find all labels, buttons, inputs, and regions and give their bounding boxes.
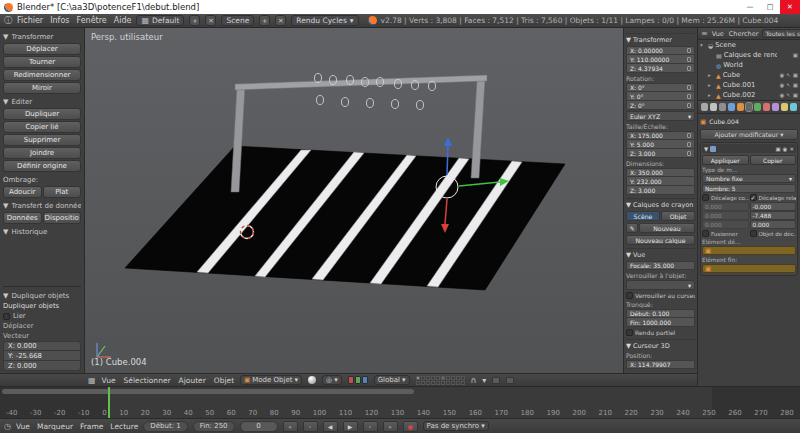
outliner-item[interactable]: ▸ ▲ Cube.002 ◉ ↖ ▣ [698, 90, 800, 100]
outliner-menu-item[interactable]: Vue [712, 30, 724, 38]
viewport-menu-item[interactable]: Sélectionner [124, 376, 171, 385]
visibility-toggle-icon[interactable]: ◉ [779, 92, 784, 98]
lock-object-selector[interactable]: ▾ [626, 280, 695, 290]
frame-end-field[interactable]: Fin: 250 [193, 421, 235, 432]
render-opengl-icon[interactable] [492, 377, 500, 384]
end-cap-object-field[interactable]: ▣ [702, 264, 796, 273]
lock-icon[interactable] [687, 48, 691, 53]
sync-mode-dropdown[interactable]: Pas de synchro ▾ [423, 421, 489, 431]
scene-dropdown[interactable]: Scene [221, 15, 254, 26]
count-field[interactable]: Nombre: 5 [702, 184, 796, 193]
menu-item[interactable]: Fichier [17, 16, 43, 25]
menu-item[interactable]: Aide [114, 16, 132, 25]
tool-button[interactable]: Tourner [3, 56, 81, 68]
operator-panel-header[interactable]: ▼ Dupliquer objets [3, 292, 81, 300]
gpencil-new-button[interactable]: Nouveau [639, 223, 695, 233]
snap-magnet-icon[interactable]: ∩ [471, 376, 477, 385]
object-data-tab[interactable] [754, 103, 761, 111]
data-transfer-button[interactable]: Données [3, 212, 42, 224]
layers-widget[interactable] [416, 376, 465, 385]
physics-tab[interactable] [790, 103, 797, 111]
lock-icon[interactable] [687, 133, 691, 138]
outliner-menu-item[interactable]: Chercher [729, 30, 759, 38]
material-tab[interactable] [763, 103, 770, 111]
modifier-delete-icon[interactable]: ✕ [789, 146, 794, 152]
lock-icon[interactable] [687, 85, 691, 90]
viewport-shading-icon[interactable] [308, 376, 316, 384]
object-offset-checkbox[interactable]: Objet de déc... [750, 230, 797, 237]
visibility-toggle-icon[interactable]: ◉ [779, 72, 784, 78]
start-cap-object-field[interactable]: ▣ [702, 246, 796, 255]
render-toggle-icon[interactable]: ▣ [793, 72, 798, 78]
selectability-toggle-icon[interactable]: ↖ [786, 82, 791, 88]
jump-to-end-button[interactable]: » [383, 421, 398, 432]
lock-icon[interactable] [687, 142, 691, 147]
render-layers-tab[interactable] [710, 103, 717, 111]
display-mode-dropdown[interactable]: Toutes les scènes▾ [762, 29, 800, 38]
viewport-3d[interactable]: Persp. utilisateur (1) Cube.004 [85, 28, 623, 373]
panel-header-transfert[interactable]: ▼ Transfert de données [3, 202, 81, 210]
snap-chevron-icon[interactable]: ▾ [482, 376, 486, 385]
jump-to-start-button[interactable]: « [283, 421, 298, 432]
timeline-menu-item[interactable]: Lecture [110, 422, 138, 431]
render-toggle-icon[interactable]: ▣ [793, 82, 798, 88]
render-border-checkbox[interactable]: Rendu partiel [626, 329, 695, 336]
remove-layout-button[interactable]: ✕ [205, 15, 216, 26]
world-tab[interactable] [728, 103, 735, 111]
timeline-scrollbar[interactable] [2, 389, 414, 394]
panel-header-view[interactable]: ▼ Vue [626, 248, 695, 259]
render-tab[interactable] [701, 103, 708, 111]
focal-length-field[interactable]: Focale: 35.000 [626, 261, 695, 270]
relative-offset-checkbox[interactable]: ✓ Décalage relatif [750, 194, 797, 201]
viewport-menu-item[interactable]: Objet [214, 376, 234, 385]
lock-icon[interactable] [687, 151, 691, 156]
visibility-toggle-icon[interactable]: ◉ [779, 82, 784, 88]
editor-type-icon[interactable]: ▦ [88, 376, 96, 385]
mode-dropdown[interactable]: ▣ Mode Objet ▾ [240, 375, 302, 385]
timeline-editor-icon[interactable]: ◷ [4, 422, 11, 431]
add-modifier-dropdown[interactable]: Ajouter modificateur ▾ [700, 129, 798, 140]
selectability-toggle-icon[interactable]: ↖ [786, 72, 791, 78]
panel-header-cursor3d[interactable]: ▼ Curseur 3D [626, 339, 695, 350]
particles-tab[interactable] [781, 103, 788, 111]
expander-icon[interactable]: ▸ [708, 92, 714, 98]
dimension-field[interactable]: X: 350.000 [626, 168, 695, 177]
menu-item[interactable]: Infos [50, 16, 69, 25]
translate-manipulator-icon[interactable] [348, 376, 354, 384]
expander-icon[interactable]: ▼ [704, 146, 708, 152]
fit-type-dropdown[interactable]: Nombre fixe ▾ [702, 174, 796, 183]
vector-field[interactable]: X: 0.000 [3, 341, 81, 351]
expander-icon[interactable]: ▸ [708, 72, 714, 78]
breadcrumb-object-name[interactable]: Cube.004 [709, 118, 739, 125]
new-layer-button[interactable]: Nouveau calque [626, 235, 695, 245]
orientation-dropdown[interactable]: Global ▾ [374, 375, 410, 385]
tool-button[interactable]: Définir origine [3, 160, 81, 172]
position-field[interactable]: Z: 4.37934 [626, 64, 695, 73]
panel-header-gpencil[interactable]: ▼ Calques de crayon gr... [626, 198, 695, 209]
timeline-menu-item[interactable]: Marqueur [37, 422, 73, 431]
outliner-item[interactable]: ▤ Calques de rendu ◉ ↖ ▣ [698, 50, 800, 60]
copy-button[interactable]: Copier [750, 155, 797, 165]
scale-manipulator-icon[interactable] [362, 376, 368, 384]
vector-field[interactable]: Z: 0.000 [3, 361, 81, 371]
link-checkbox[interactable]: Lier [3, 312, 81, 320]
lock-icon[interactable] [687, 103, 691, 108]
modifiers-tab[interactable] [746, 103, 753, 111]
menu-item[interactable]: Fenêtre [76, 16, 106, 25]
info-editor-icon[interactable]: ⓘ [4, 15, 12, 26]
viewport-menu-item[interactable]: Ajouter [179, 376, 206, 385]
play-reverse-button[interactable]: ◀ [323, 421, 338, 432]
texture-tab[interactable] [772, 103, 779, 111]
current-frame-field[interactable]: 0 [240, 421, 278, 432]
render-opengl-anim-icon[interactable] [506, 377, 514, 384]
remove-scene-button[interactable]: ✕ [275, 15, 286, 26]
outliner-item[interactable]: ◍ World ◉ ↖ ▣ [698, 60, 800, 70]
modifier-render-toggle-icon[interactable]: ▣ [775, 146, 780, 152]
screen-layout-dropdown[interactable]: ▦ Default [136, 15, 184, 26]
data-transfer-button[interactable]: Dispositio [43, 212, 82, 224]
maximize-button[interactable]: □ [760, 0, 780, 14]
selectability-toggle-icon[interactable]: ↖ [786, 92, 791, 98]
apply-button[interactable]: Appliquer [702, 155, 749, 165]
timeline[interactable]: -40-30-20-100102030405060708090100110120… [0, 386, 800, 418]
scale-field[interactable]: Y: 5.000 [626, 140, 695, 149]
